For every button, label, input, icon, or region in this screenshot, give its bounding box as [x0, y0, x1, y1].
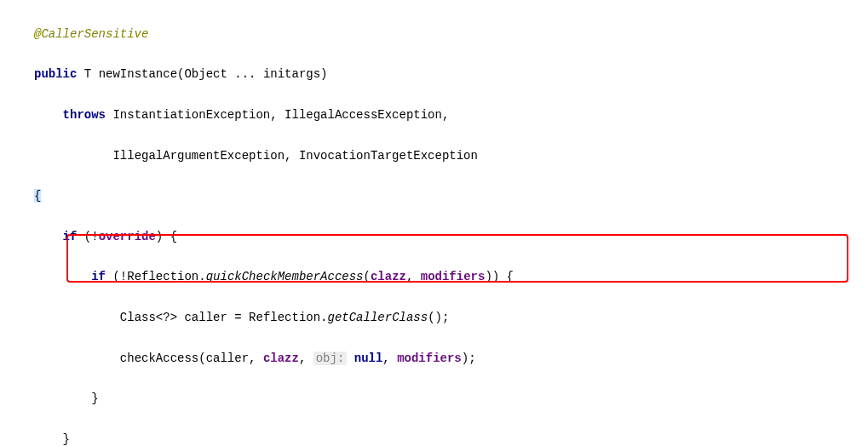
method-name: newInstance [99, 67, 177, 81]
override-field: override [99, 230, 156, 243]
modifiers: modifiers [421, 270, 486, 283]
code-block: @CallerSensitive public T newInstance(Ob… [0, 0, 868, 446]
getcaller: getCallerClass [328, 311, 428, 324]
checkaccess: checkAccess [120, 352, 198, 365]
type-t: T [84, 67, 91, 81]
param-hint: obj: [313, 352, 348, 365]
quickcheck: quickCheckMemberAccess [206, 270, 364, 283]
annotation: @CallerSensitive [34, 27, 148, 41]
kw-if: if [63, 230, 78, 243]
class-wild: Class<?> [120, 311, 177, 324]
kw-public: public [34, 67, 77, 81]
ex1: InstantiationException [112, 108, 270, 122]
caller-var: caller [184, 311, 227, 324]
ex3: IllegalArgumentException [112, 149, 285, 163]
brace-open: { [34, 189, 41, 203]
null: null [354, 352, 383, 365]
ex2: IllegalAccessException [285, 108, 442, 122]
clazz: clazz [371, 270, 406, 283]
reflection: Reflection [127, 270, 198, 283]
params: (Object ... initargs) [177, 67, 327, 81]
kw-throws: throws [63, 108, 106, 122]
ex4: InvocationTargetException [299, 149, 478, 163]
